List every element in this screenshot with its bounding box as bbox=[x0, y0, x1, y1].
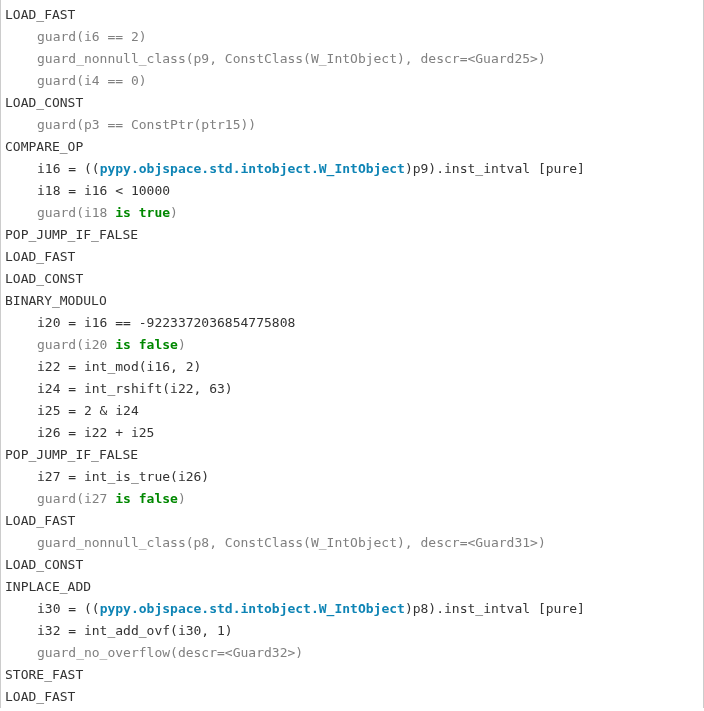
guard-line: guard(i20 is false) bbox=[5, 337, 186, 352]
code-line: POP_JUMP_IF_FALSE bbox=[5, 444, 699, 466]
code-line: i16 = ((pypy.objspace.std.intobject.W_In… bbox=[5, 158, 699, 180]
code-line: guard(i27 is false) bbox=[5, 488, 699, 510]
bytecode-instruction: LOAD_FAST bbox=[5, 7, 75, 22]
code-line: guard_nonnull_class(p9, ConstClass(W_Int… bbox=[5, 48, 699, 70]
code-line: COMPARE_OP bbox=[5, 136, 699, 158]
code-line: guard_nonnull_class(p8, ConstClass(W_Int… bbox=[5, 532, 699, 554]
code-line: i27 = int_is_true(i26) bbox=[5, 466, 699, 488]
keyword: true bbox=[139, 205, 170, 220]
operation-line: i25 = 2 & i24 bbox=[5, 403, 139, 418]
bytecode-instruction: LOAD_FAST bbox=[5, 249, 75, 264]
guard-line: guard(i6 == 2) bbox=[5, 29, 147, 44]
operation-line: i20 = i16 == -9223372036854775808 bbox=[5, 315, 295, 330]
class-path: pypy.objspace.std.intobject.W_IntObject bbox=[100, 161, 405, 176]
operation-line: i27 = int_is_true(i26) bbox=[5, 469, 209, 484]
bytecode-instruction: LOAD_CONST bbox=[5, 95, 83, 110]
bytecode-instruction: BINARY_MODULO bbox=[5, 293, 107, 308]
class-path: pypy.objspace.std.intobject.W_IntObject bbox=[100, 601, 405, 616]
code-line: i20 = i16 == -9223372036854775808 bbox=[5, 312, 699, 334]
code-line: BINARY_MODULO bbox=[5, 290, 699, 312]
code-line: i24 = int_rshift(i22, 63) bbox=[5, 378, 699, 400]
bytecode-instruction: COMPARE_OP bbox=[5, 139, 83, 154]
code-line: i18 = i16 < 10000 bbox=[5, 180, 699, 202]
bytecode-instruction: INPLACE_ADD bbox=[5, 579, 91, 594]
code-line: POP_JUMP_IF_FALSE bbox=[5, 224, 699, 246]
code-line: INPLACE_ADD bbox=[5, 576, 699, 598]
keyword: is bbox=[115, 205, 131, 220]
operation-line: i32 = int_add_ovf(i30, 1) bbox=[5, 623, 233, 638]
guard-line: guard(i18 is true) bbox=[5, 205, 178, 220]
code-line: guard(i6 == 2) bbox=[5, 26, 699, 48]
operation-line: i16 = ((pypy.objspace.std.intobject.W_In… bbox=[5, 161, 585, 176]
code-line: LOAD_CONST bbox=[5, 268, 699, 290]
bytecode-instruction: LOAD_FAST bbox=[5, 689, 75, 704]
code-line: LOAD_CONST bbox=[5, 554, 699, 576]
bytecode-instruction: POP_JUMP_IF_FALSE bbox=[5, 227, 138, 242]
guard-line: guard_nonnull_class(p9, ConstClass(W_Int… bbox=[5, 51, 546, 66]
code-line: LOAD_FAST bbox=[5, 246, 699, 268]
code-line: LOAD_FAST bbox=[5, 4, 699, 26]
code-line: i30 = ((pypy.objspace.std.intobject.W_In… bbox=[5, 598, 699, 620]
operation-line: i22 = int_mod(i16, 2) bbox=[5, 359, 201, 374]
trace-output: LOAD_FASTguard(i6 == 2)guard_nonnull_cla… bbox=[1, 4, 703, 708]
bytecode-instruction: STORE_FAST bbox=[5, 667, 83, 682]
code-line: guard(i4 == 0) bbox=[5, 70, 699, 92]
bytecode-instruction: LOAD_CONST bbox=[5, 557, 83, 572]
guard-line: guard(p3 == ConstPtr(ptr15)) bbox=[5, 117, 256, 132]
code-line: guard(i18 is true) bbox=[5, 202, 699, 224]
code-line: i25 = 2 & i24 bbox=[5, 400, 699, 422]
code-line: LOAD_CONST bbox=[5, 92, 699, 114]
operation-line: i18 = i16 < 10000 bbox=[5, 183, 170, 198]
code-line: guard_no_overflow(descr=<Guard32>) bbox=[5, 642, 699, 664]
bytecode-instruction: LOAD_CONST bbox=[5, 271, 83, 286]
guard-line: guard_nonnull_class(p8, ConstClass(W_Int… bbox=[5, 535, 546, 550]
code-line: i26 = i22 + i25 bbox=[5, 422, 699, 444]
code-line: i22 = int_mod(i16, 2) bbox=[5, 356, 699, 378]
operation-line: i24 = int_rshift(i22, 63) bbox=[5, 381, 233, 396]
keyword: false bbox=[139, 337, 178, 352]
keyword: is bbox=[115, 337, 131, 352]
code-line: LOAD_FAST bbox=[5, 510, 699, 532]
operation-line: i30 = ((pypy.objspace.std.intobject.W_In… bbox=[5, 601, 585, 616]
code-line: guard(p3 == ConstPtr(ptr15)) bbox=[5, 114, 699, 136]
bytecode-instruction: LOAD_FAST bbox=[5, 513, 75, 528]
guard-line: guard_no_overflow(descr=<Guard32>) bbox=[5, 645, 303, 660]
code-line: i32 = int_add_ovf(i30, 1) bbox=[5, 620, 699, 642]
code-line: STORE_FAST bbox=[5, 664, 699, 686]
code-line: LOAD_FAST bbox=[5, 686, 699, 708]
keyword: false bbox=[139, 491, 178, 506]
code-line: guard(i20 is false) bbox=[5, 334, 699, 356]
operation-line: i26 = i22 + i25 bbox=[5, 425, 154, 440]
bytecode-instruction: POP_JUMP_IF_FALSE bbox=[5, 447, 138, 462]
guard-line: guard(i27 is false) bbox=[5, 491, 186, 506]
guard-line: guard(i4 == 0) bbox=[5, 73, 147, 88]
keyword: is bbox=[115, 491, 131, 506]
